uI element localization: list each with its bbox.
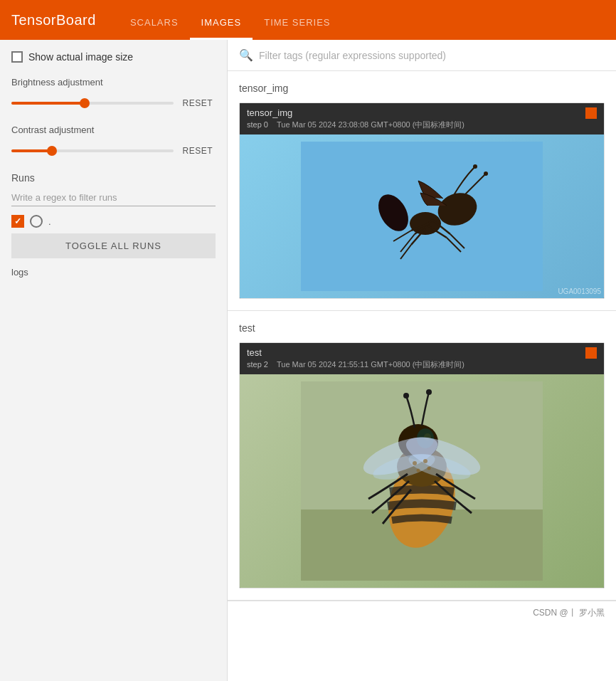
svg-point-30 <box>413 461 417 465</box>
svg-point-33 <box>428 467 431 470</box>
contrast-fill <box>11 149 52 152</box>
test-card: test step 2 Tue Mar 05 2024 21:55:11 GMT… <box>239 342 605 588</box>
tensor-img-card: tensor_img step 0 Tue Mar 05 2024 23:08:… <box>239 102 605 299</box>
filter-tags-input[interactable] <box>259 50 605 61</box>
show-actual-size-row: Show actual image size <box>11 51 216 63</box>
header: TensorBoard SCALARS IMAGES TIME SERIES <box>0 0 616 40</box>
brightness-fill <box>11 102 85 105</box>
nav-tabs: SCALARS IMAGES TIME SERIES <box>119 0 342 40</box>
contrast-track <box>11 149 174 152</box>
tab-time-series[interactable]: TIME SERIES <box>253 0 341 40</box>
contrast-slider-container[interactable] <box>11 144 174 158</box>
test-section-title: test <box>239 322 605 334</box>
tensor-img-timestamp: Tue Mar 05 2024 23:08:08 GMT+0800 (中国标准时… <box>277 120 464 129</box>
svg-point-15 <box>484 171 488 176</box>
svg-point-24 <box>403 393 409 398</box>
svg-point-32 <box>417 469 420 473</box>
tensor-img-watermark: UGA0013095 <box>558 287 601 295</box>
tensor-img-card-header: tensor_img step 0 Tue Mar 05 2024 23:08:… <box>240 103 604 134</box>
main-content: 🔍 tensor_img tensor_img step 0 Tue Mar 0… <box>228 40 616 681</box>
ant-illustration <box>301 142 543 291</box>
tensor-img-image: UGA0013095 <box>240 134 604 298</box>
brightness-label: Brightness adjustment <box>11 77 216 88</box>
tab-scalars[interactable]: SCALARS <box>119 0 190 40</box>
layout: Show actual image size Brightness adjust… <box>0 40 616 681</box>
test-timestamp: Tue Mar 05 2024 21:55:11 GMT+0800 (中国标准时… <box>277 360 464 369</box>
brightness-track <box>11 102 174 105</box>
tensor-img-card-title: tensor_img <box>247 107 464 118</box>
svg-point-25 <box>426 389 432 395</box>
show-actual-size-label[interactable]: Show actual image size <box>28 51 133 63</box>
tensor-img-section-title: tensor_img <box>239 83 605 94</box>
brightness-thumb[interactable] <box>80 98 90 108</box>
brightness-reset-button[interactable]: RESET <box>179 97 216 110</box>
toggle-all-button[interactable]: TOGGLE ALL RUNS <box>11 233 216 258</box>
runs-filter-input[interactable] <box>11 189 216 206</box>
contrast-section: Contrast adjustment RESET <box>11 125 216 158</box>
test-card-header: test step 2 Tue Mar 05 2024 21:55:11 GMT… <box>240 343 604 374</box>
run-checkbox[interactable]: ✓ <box>11 215 24 228</box>
logo: TensorBoard <box>11 12 96 28</box>
runs-title: Runs <box>11 172 216 184</box>
runs-section: Runs ✓ . TOGGLE ALL RUNS logs <box>11 172 216 278</box>
contrast-reset-button[interactable]: RESET <box>179 144 216 157</box>
run-dot-label: . <box>48 216 51 227</box>
filter-bar: 🔍 <box>228 40 616 71</box>
test-card-info: test step 2 Tue Mar 05 2024 21:55:11 GMT… <box>247 347 464 370</box>
tab-images[interactable]: IMAGES <box>190 0 253 40</box>
brightness-slider-container[interactable] <box>11 96 174 110</box>
run-item: ✓ . <box>11 215 216 228</box>
logs-label: logs <box>11 267 216 278</box>
search-icon: 🔍 <box>239 48 253 62</box>
test-card-meta: step 2 Tue Mar 05 2024 21:55:11 GMT+0800… <box>247 359 464 370</box>
test-color-indicator <box>585 347 597 359</box>
bee-illustration <box>301 381 543 581</box>
show-actual-size-checkbox[interactable] <box>11 51 23 63</box>
test-step: step 2 <box>247 360 268 369</box>
sidebar: Show actual image size Brightness adjust… <box>0 40 228 681</box>
csdn-footer: CSDN @丨 罗小黑 <box>228 601 616 625</box>
contrast-label: Contrast adjustment <box>11 125 216 135</box>
test-image <box>240 374 604 588</box>
checkmark-icon: ✓ <box>14 216 21 226</box>
svg-point-31 <box>423 459 428 463</box>
tensor-img-step: step 0 <box>247 120 268 129</box>
tensor-img-card-info: tensor_img step 0 Tue Mar 05 2024 23:08:… <box>247 107 464 130</box>
test-section: test test step 2 Tue Mar 05 2024 21:55:1… <box>228 311 616 601</box>
tensor-img-section: tensor_img tensor_img step 0 Tue Mar 05 … <box>228 71 616 311</box>
brightness-slider-row: RESET <box>11 96 216 110</box>
run-radio[interactable] <box>30 215 43 228</box>
test-card-title: test <box>247 347 464 358</box>
brightness-section: Brightness adjustment RESET <box>11 77 216 110</box>
tensor-img-card-meta: step 0 Tue Mar 05 2024 23:08:08 GMT+0800… <box>247 120 464 130</box>
tensor-img-color-indicator <box>585 107 597 119</box>
contrast-slider-row: RESET <box>11 144 216 158</box>
contrast-thumb[interactable] <box>47 146 57 156</box>
svg-point-14 <box>473 164 477 169</box>
